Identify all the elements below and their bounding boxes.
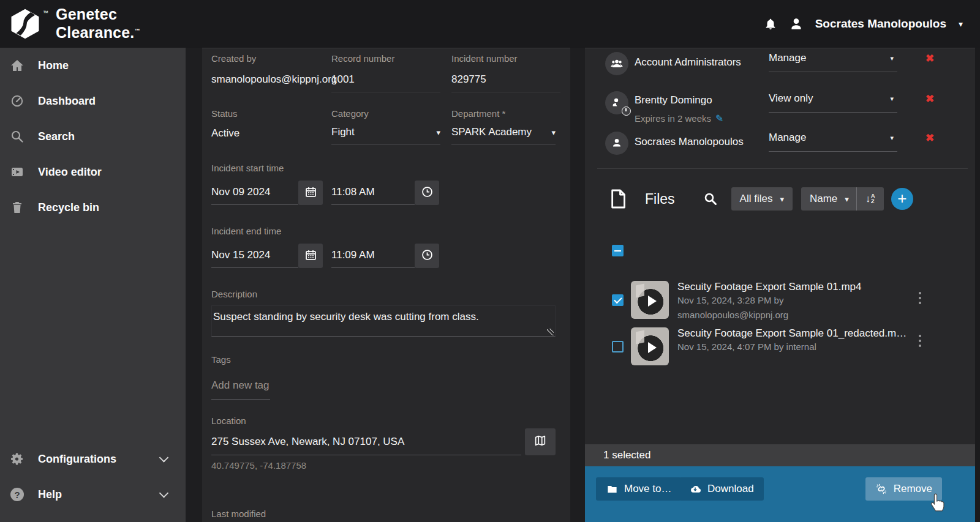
start-date-calendar-button[interactable] [298,181,323,205]
clock-icon [421,185,434,201]
sort-control: Name ▾ ↓ A Z [801,187,884,211]
sidebar-item-help[interactable]: ? Help [0,477,186,512]
chevron-down-icon: ▾ [436,128,440,137]
start-time-input[interactable]: 11:08 AM [331,186,415,205]
chevron-down-icon: ▾ [890,95,894,103]
app-header: ™ Genetec Clearance.™ Socrates Manolopou… [0,0,980,48]
field-incident-end: Incident end time Nov 15 2024 11:09 AM [211,226,556,268]
chevron-down-icon: ▾ [551,128,556,137]
remove-permission-icon[interactable]: ✖ [925,132,980,144]
file-name[interactable]: Secuity Footage Export Sample 01_redacte… [677,327,907,340]
sidebar-item-configurations[interactable]: Configurations [0,441,186,477]
file-row[interactable]: Secuity Footage Export Sample 01.mp4 Nov… [585,281,980,321]
search-icon[interactable] [703,192,718,206]
file-checkbox-checked[interactable] [612,294,624,306]
resize-handle[interactable] [547,329,554,335]
start-time-clock-button[interactable] [415,181,439,205]
chevron-down-icon: ▾ [890,54,894,62]
chevron-down-icon: ▾ [890,134,894,142]
expiring-clock-icon [622,106,631,116]
description-textarea[interactable]: Suspect standing by security desk was cu… [211,305,556,337]
edit-pencil-icon[interactable]: ✎ [715,113,723,124]
user-clock-avatar [605,91,628,114]
file-options-kebab-icon[interactable] [919,292,921,304]
move-to-button[interactable]: Move to… [596,477,681,501]
role-dropdown-socrates-manolopoulos[interactable]: Manage ▾ [769,132,897,152]
sidebar-item-home[interactable]: Home [0,48,186,83]
sidebar-item-recycle-bin[interactable]: Recycle bin [0,190,186,225]
location-input[interactable]: 275 Sussex Ave, Newark, NJ 07107, USA [211,436,521,455]
location-coordinates: 40.749775, -74.187758 [211,460,556,471]
video-thumbnail[interactable] [631,327,669,365]
field-incident-number: Incident number 829775 [451,53,560,92]
record-number-input[interactable]: 1001 [331,73,440,92]
sort-direction-button[interactable]: ↓ A Z [857,187,884,211]
cloud-download-icon [689,483,701,495]
incident-details-panel: Created by smanolopoulos@kippnj.org Reco… [202,48,570,522]
trademark-mark: ™ [43,10,48,16]
role-dropdown-brentty-domingo[interactable]: View only ▾ [769,92,897,113]
clock-icon [421,248,434,264]
file-checkbox-unchecked[interactable] [612,341,624,352]
field-location: Location 275 Sussex Ave, Newark, NJ 0710… [211,416,556,471]
end-time-input[interactable]: 11:09 AM [331,249,415,268]
chevron-down-icon[interactable]: ▾ [959,19,963,29]
file-meta: smanolopoulos@kippnj.org [677,308,862,323]
permission-row-account-administrators: Account Administrators Manage ▾ ✖ [585,51,980,85]
video-thumbnail[interactable] [631,281,669,319]
home-icon [10,58,24,73]
help-icon: ? [10,487,24,502]
add-tag-input[interactable]: Add new tag [211,379,270,400]
remove-permission-icon[interactable]: ✖ [925,92,980,105]
sort-az-icon: ↓ [865,193,870,204]
remove-button[interactable]: Remove [865,477,942,501]
notifications-bell-icon[interactable] [764,17,777,31]
chevron-down-icon: ▾ [780,195,784,204]
video-editor-icon [10,165,24,179]
folder-icon [606,483,618,495]
files-header: Files All files ▾ Name ▾ ↓ A Z + [585,187,980,211]
created-by-value: smanolopoulos@kippnj.org [211,73,331,86]
brand-name: Genetec Clearance.™ [56,6,140,41]
remove-permission-icon[interactable]: ✖ [925,52,980,65]
download-button[interactable]: Download [679,477,764,501]
selection-action-bar: Move to… Download Remove [585,466,975,522]
start-date-input[interactable]: Nov 09 2024 [211,186,298,205]
permission-row-socrates-manolopoulos: Socrates Manolopoulos Manage ▾ ✖ [585,130,980,162]
calendar-icon [304,248,317,264]
user-menu[interactable]: Socrates Manolopoulos [815,17,946,31]
sort-field-dropdown[interactable]: Name ▾ [801,187,856,211]
sort-az-letters: A Z [871,193,875,204]
user-avatar [605,132,628,155]
last-modified-label: Last modified [211,509,556,519]
end-date-input[interactable]: Nov 15 2024 [211,249,298,268]
selection-count-bar: 1 selected [585,444,975,466]
trademark-mark: ™ [134,28,140,34]
add-file-button[interactable]: + [891,188,913,210]
sidebar-item-video-editor[interactable]: Video editor [0,154,186,190]
scrollbar-gutter[interactable] [975,48,980,522]
select-all-checkbox[interactable] [612,245,624,256]
category-dropdown[interactable]: Fight ▾ [331,126,440,144]
field-tags: Tags Add new tag [211,354,556,400]
file-row[interactable]: Secuity Footage Export Sample 01_redacte… [585,327,980,368]
file-filter-dropdown[interactable]: All files ▾ [731,187,793,211]
incident-number-input[interactable]: 829775 [451,73,560,92]
selection-count: 1 selected [603,449,651,461]
file-name[interactable]: Secuity Footage Export Sample 01.mp4 [677,281,862,293]
field-status: Status Active [211,108,331,144]
unlink-icon [875,483,888,495]
chevron-down-icon [159,453,169,463]
department-dropdown[interactable]: SPARK Academy ▾ [451,126,556,144]
brand-logo[interactable]: ™ Genetec Clearance.™ [9,6,140,41]
chevron-down-icon: ▾ [845,195,849,204]
sidebar-item-dashboard[interactable]: Dashboard [0,83,186,119]
field-incident-start: Incident start time Nov 09 2024 11:08 AM [211,163,556,205]
user-avatar-icon[interactable] [788,16,804,32]
end-time-clock-button[interactable] [415,244,439,268]
end-date-calendar-button[interactable] [298,244,323,268]
open-map-button[interactable] [525,428,556,455]
file-options-kebab-icon[interactable] [919,335,921,347]
role-dropdown-account-administrators[interactable]: Manage ▾ [769,52,897,72]
sidebar-item-search[interactable]: Search [0,119,186,154]
